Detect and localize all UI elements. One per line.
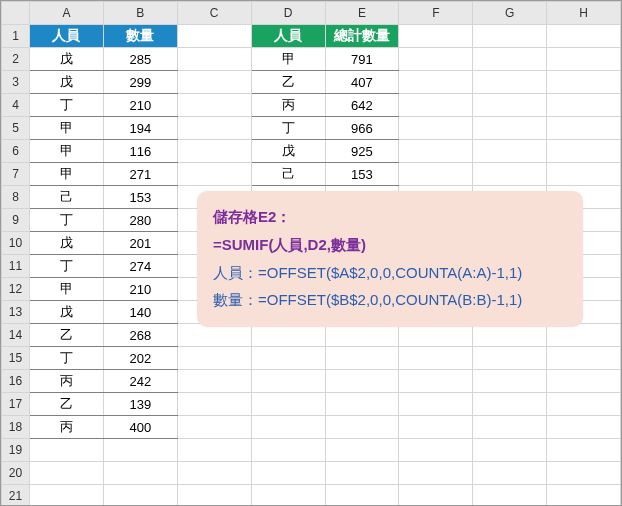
row-header[interactable]: 21 bbox=[2, 485, 30, 507]
col-header[interactable]: A bbox=[30, 2, 104, 25]
cell[interactable] bbox=[325, 347, 399, 370]
col-header[interactable]: B bbox=[103, 2, 177, 25]
cell[interactable]: 153 bbox=[325, 163, 399, 186]
cell[interactable]: 戊 bbox=[30, 232, 104, 255]
row-header[interactable]: 10 bbox=[2, 232, 30, 255]
cell[interactable] bbox=[547, 393, 621, 416]
header-total[interactable]: 總計數量 bbox=[325, 25, 399, 48]
cell[interactable]: 乙 bbox=[30, 324, 104, 347]
cell[interactable] bbox=[399, 140, 473, 163]
cell[interactable]: 116 bbox=[103, 140, 177, 163]
row-header[interactable]: 19 bbox=[2, 439, 30, 462]
cell[interactable] bbox=[177, 94, 251, 117]
row-header[interactable]: 15 bbox=[2, 347, 30, 370]
cell[interactable]: 201 bbox=[103, 232, 177, 255]
cell[interactable] bbox=[473, 370, 547, 393]
row-header[interactable]: 17 bbox=[2, 393, 30, 416]
cell[interactable]: 139 bbox=[103, 393, 177, 416]
cell[interactable]: 甲 bbox=[251, 48, 325, 71]
cell[interactable] bbox=[547, 439, 621, 462]
cell[interactable] bbox=[473, 393, 547, 416]
row-header[interactable]: 11 bbox=[2, 255, 30, 278]
cell[interactable] bbox=[177, 163, 251, 186]
cell[interactable]: 242 bbox=[103, 370, 177, 393]
cell[interactable]: 400 bbox=[103, 416, 177, 439]
cell[interactable] bbox=[547, 163, 621, 186]
cell[interactable] bbox=[547, 462, 621, 485]
cell[interactable]: 丙 bbox=[30, 416, 104, 439]
cell[interactable]: 戊 bbox=[30, 48, 104, 71]
cell[interactable] bbox=[399, 370, 473, 393]
cell[interactable] bbox=[251, 439, 325, 462]
cell[interactable] bbox=[473, 439, 547, 462]
cell[interactable]: 274 bbox=[103, 255, 177, 278]
cell[interactable]: 210 bbox=[103, 278, 177, 301]
cell[interactable]: 280 bbox=[103, 209, 177, 232]
header-person-2[interactable]: 人員 bbox=[251, 25, 325, 48]
cell[interactable]: 己 bbox=[30, 186, 104, 209]
row-header[interactable]: 6 bbox=[2, 140, 30, 163]
cell[interactable] bbox=[473, 347, 547, 370]
cell[interactable] bbox=[177, 117, 251, 140]
cell[interactable]: 甲 bbox=[30, 163, 104, 186]
cell[interactable] bbox=[473, 25, 547, 48]
cell[interactable] bbox=[547, 25, 621, 48]
row-header[interactable]: 7 bbox=[2, 163, 30, 186]
header-qty[interactable]: 數量 bbox=[103, 25, 177, 48]
cell[interactable] bbox=[103, 439, 177, 462]
cell[interactable] bbox=[177, 370, 251, 393]
cell[interactable]: 丙 bbox=[251, 94, 325, 117]
cell[interactable] bbox=[177, 462, 251, 485]
cell[interactable] bbox=[399, 416, 473, 439]
cell[interactable] bbox=[547, 370, 621, 393]
cell[interactable]: 甲 bbox=[30, 140, 104, 163]
cell[interactable]: 210 bbox=[103, 94, 177, 117]
cell[interactable] bbox=[473, 71, 547, 94]
col-header[interactable]: F bbox=[399, 2, 473, 25]
cell[interactable]: 153 bbox=[103, 186, 177, 209]
col-header[interactable]: H bbox=[547, 2, 621, 25]
cell[interactable]: 925 bbox=[325, 140, 399, 163]
cell[interactable] bbox=[547, 416, 621, 439]
cell[interactable] bbox=[177, 25, 251, 48]
cell[interactable] bbox=[473, 462, 547, 485]
row-header[interactable]: 20 bbox=[2, 462, 30, 485]
cell[interactable] bbox=[473, 48, 547, 71]
cell[interactable] bbox=[177, 71, 251, 94]
cell[interactable] bbox=[399, 393, 473, 416]
cell[interactable] bbox=[399, 117, 473, 140]
cell[interactable] bbox=[325, 439, 399, 462]
row-header[interactable]: 16 bbox=[2, 370, 30, 393]
cell[interactable] bbox=[399, 25, 473, 48]
cell[interactable] bbox=[177, 439, 251, 462]
cell[interactable] bbox=[325, 393, 399, 416]
cell[interactable] bbox=[325, 462, 399, 485]
cell[interactable]: 791 bbox=[325, 48, 399, 71]
cell[interactable] bbox=[30, 439, 104, 462]
row-header[interactable]: 5 bbox=[2, 117, 30, 140]
cell[interactable] bbox=[547, 140, 621, 163]
cell[interactable]: 戊 bbox=[30, 301, 104, 324]
cell[interactable]: 丁 bbox=[30, 255, 104, 278]
cell[interactable] bbox=[251, 416, 325, 439]
cell[interactable] bbox=[547, 48, 621, 71]
cell[interactable]: 戊 bbox=[251, 140, 325, 163]
cell[interactable] bbox=[473, 140, 547, 163]
cell[interactable] bbox=[473, 163, 547, 186]
row-header[interactable]: 8 bbox=[2, 186, 30, 209]
corner-cell[interactable] bbox=[2, 2, 30, 25]
col-header[interactable]: C bbox=[177, 2, 251, 25]
cell[interactable] bbox=[177, 347, 251, 370]
cell[interactable] bbox=[547, 71, 621, 94]
row-header[interactable]: 14 bbox=[2, 324, 30, 347]
cell[interactable]: 甲 bbox=[30, 117, 104, 140]
cell[interactable]: 271 bbox=[103, 163, 177, 186]
row-header[interactable]: 3 bbox=[2, 71, 30, 94]
row-header[interactable]: 9 bbox=[2, 209, 30, 232]
cell[interactable] bbox=[399, 163, 473, 186]
row-header[interactable]: 12 bbox=[2, 278, 30, 301]
cell[interactable]: 乙 bbox=[251, 71, 325, 94]
cell[interactable] bbox=[251, 370, 325, 393]
cell[interactable] bbox=[177, 48, 251, 71]
cell[interactable]: 丙 bbox=[30, 370, 104, 393]
